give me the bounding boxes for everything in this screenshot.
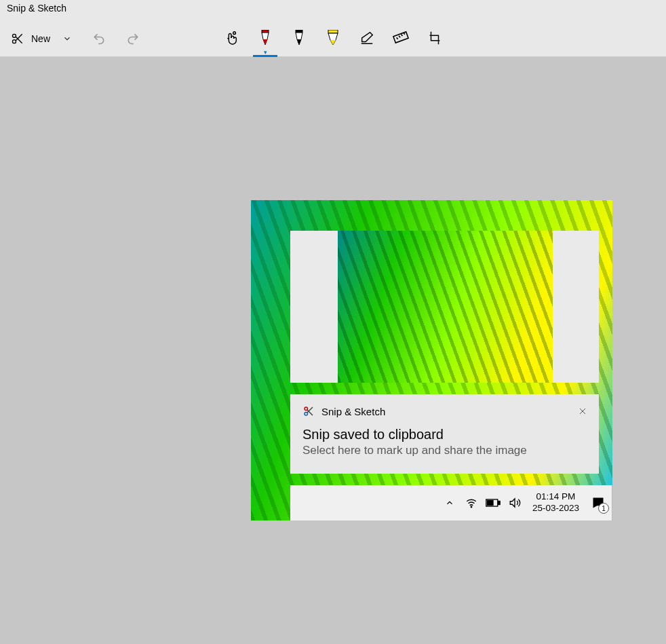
battery-tray-button[interactable] (485, 498, 501, 508)
chevron-up-icon (445, 498, 454, 508)
battery-icon (486, 498, 501, 508)
window-title: Snip & Sketch (7, 3, 66, 14)
svg-rect-6 (296, 30, 302, 33)
new-snip-dropdown[interactable] (56, 30, 79, 48)
ruler-tool[interactable] (389, 26, 413, 50)
nested-snip-thumbnail (338, 231, 553, 383)
svg-point-4 (233, 31, 236, 34)
chevron-down-icon: ▾ (264, 49, 267, 56)
svg-line-11 (399, 35, 400, 37)
pencil-icon (294, 30, 305, 46)
toolbar: New (0, 20, 666, 57)
crop-icon (427, 31, 442, 45)
highlighter-tool[interactable] (321, 26, 345, 50)
undo-icon (92, 32, 106, 45)
close-icon (579, 407, 587, 415)
action-center-button[interactable]: 1 (589, 493, 608, 512)
wifi-icon (465, 497, 477, 509)
ballpoint-pen-tool[interactable]: ▾ (253, 26, 277, 50)
svg-rect-9 (393, 31, 408, 42)
toolbar-tools-group: ▾ (219, 20, 447, 57)
svg-rect-5 (262, 30, 269, 33)
redo-button[interactable] (119, 28, 146, 50)
ruler-icon (393, 30, 409, 46)
title-bar: Snip & Sketch (0, 0, 666, 20)
tray-time: 01:14 PM (532, 491, 579, 503)
new-snip-button[interactable]: New (5, 28, 56, 50)
tray-date: 25-03-2023 (532, 503, 579, 514)
pencil-tool[interactable] (287, 26, 311, 50)
wifi-tray-button[interactable] (463, 497, 479, 509)
ballpoint-pen-icon (260, 30, 271, 46)
svg-line-10 (397, 37, 398, 39)
svg-point-20 (471, 506, 472, 508)
notification-header: Snip & Sketch (302, 405, 587, 417)
svg-marker-24 (510, 499, 515, 507)
notification-body: Snip saved to clipboard Select here to m… (302, 427, 587, 457)
nested-snip-window (290, 231, 599, 383)
volume-tray-button[interactable] (507, 497, 523, 509)
svg-rect-7 (328, 30, 338, 33)
redo-icon (126, 32, 140, 45)
notification-close-button[interactable] (579, 407, 587, 415)
taskbar: 01:14 PM 25-03-2023 1 (290, 485, 612, 520)
svg-line-12 (401, 34, 403, 36)
svg-rect-23 (487, 501, 492, 506)
scissors-icon (11, 32, 24, 45)
notification-headline: Snip saved to clipboard (302, 427, 587, 442)
snip-sketch-app-icon (302, 405, 315, 417)
notification-app-name: Snip & Sketch (321, 406, 385, 417)
highlighter-icon (327, 30, 339, 46)
chevron-down-icon (62, 34, 72, 43)
notification-subtext: Select here to mark up and share the ima… (302, 444, 587, 457)
eraser-icon (359, 31, 374, 45)
eraser-tool[interactable] (355, 26, 379, 50)
canvas-snip-image[interactable]: Snip & Sketch Snip saved to clipboard Se… (251, 200, 612, 520)
svg-rect-22 (498, 501, 501, 504)
undo-button[interactable] (85, 28, 113, 50)
touch-writing-tool[interactable] (219, 26, 243, 50)
tray-overflow-button[interactable] (442, 498, 458, 508)
clock-tray[interactable]: 01:14 PM 25-03-2023 (532, 491, 579, 514)
notification-toast[interactable]: Snip & Sketch Snip saved to clipboard Se… (290, 394, 599, 474)
new-button-label: New (31, 33, 50, 44)
toolbar-left-group: New (5, 28, 146, 50)
speaker-icon (509, 497, 521, 509)
notification-count-badge: 1 (598, 503, 609, 514)
touch-writing-icon (224, 31, 239, 45)
crop-tool[interactable] (423, 26, 447, 50)
